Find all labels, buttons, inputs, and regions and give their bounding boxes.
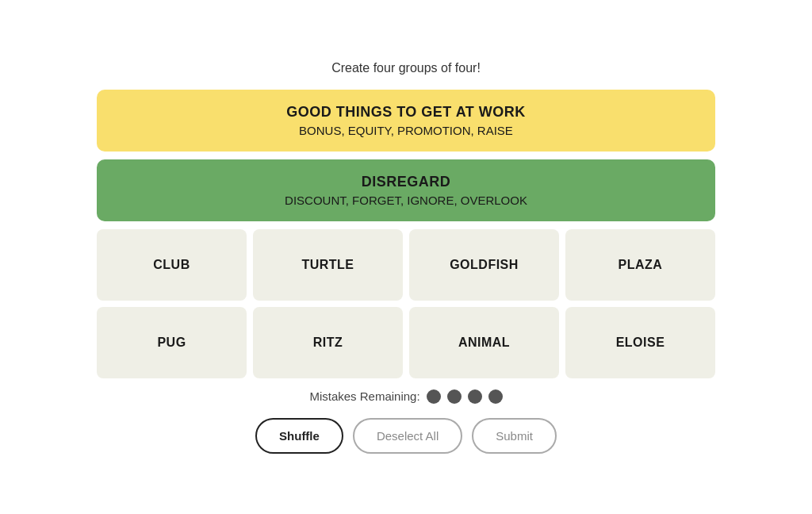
- tile-label-eloise: ELOISE: [616, 336, 665, 350]
- tile-label-plaza: PLAZA: [619, 258, 663, 272]
- mistake-dot-2: [447, 389, 462, 404]
- tile-label-animal: ANIMAL: [458, 336, 510, 350]
- tile-label-ritz: RITZ: [313, 336, 343, 350]
- submit-button[interactable]: Submit: [472, 418, 557, 454]
- tile-club[interactable]: CLUB: [97, 229, 247, 301]
- tile-eloise[interactable]: ELOISE: [565, 307, 715, 378]
- tile-label-turtle: TURTLE: [301, 258, 354, 272]
- mistake-dot-4: [488, 389, 503, 404]
- tile-label-club: CLUB: [153, 258, 190, 272]
- tile-pug[interactable]: PUG: [97, 307, 247, 378]
- action-buttons: Shuffle Deselect All Submit: [255, 418, 557, 454]
- solved-card-green-title: DISREGARD: [113, 174, 699, 190]
- mistakes-row: Mistakes Remaining:: [309, 389, 502, 404]
- tile-goldfish[interactable]: GOLDFISH: [409, 229, 559, 301]
- solved-card-yellow: GOOD THINGS TO GET AT WORK BONUS, EQUITY…: [97, 90, 715, 152]
- mistake-dot-1: [427, 389, 441, 404]
- tile-label-goldfish: GOLDFISH: [450, 258, 519, 272]
- mistake-dot-3: [468, 389, 482, 404]
- tile-label-pug: PUG: [157, 336, 186, 350]
- tile-turtle[interactable]: TURTLE: [253, 229, 403, 301]
- shuffle-button[interactable]: Shuffle: [255, 418, 343, 454]
- game-container: Create four groups of four! GOOD THINGS …: [97, 61, 715, 454]
- solved-card-yellow-words: BONUS, EQUITY, PROMOTION, RAISE: [113, 124, 699, 137]
- tile-plaza[interactable]: PLAZA: [565, 229, 715, 301]
- tile-ritz[interactable]: RITZ: [253, 307, 403, 378]
- mistakes-label: Mistakes Remaining:: [309, 389, 419, 403]
- deselect-button[interactable]: Deselect All: [353, 418, 462, 454]
- tile-animal[interactable]: ANIMAL: [409, 307, 559, 378]
- solved-card-green: DISREGARD DISCOUNT, FORGET, IGNORE, OVER…: [97, 159, 715, 221]
- tile-grid: CLUBTURTLEGOLDFISHPLAZAPUGRITZANIMALELOI…: [97, 229, 715, 378]
- solved-card-green-words: DISCOUNT, FORGET, IGNORE, OVERLOOK: [113, 194, 699, 207]
- solved-card-yellow-title: GOOD THINGS TO GET AT WORK: [113, 104, 699, 121]
- subtitle: Create four groups of four!: [331, 61, 481, 75]
